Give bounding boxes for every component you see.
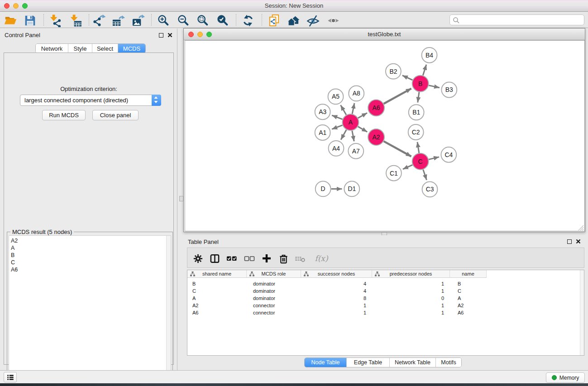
tab-mcds[interactable]: MCDS [118,44,145,53]
optimization-criterion-value: largest connected component (directed) [24,97,128,104]
graph-edge-A-A2[interactable] [358,127,368,132]
function-builder-button[interactable]: f(x) [312,252,330,265]
float-panel-icon[interactable] [159,33,163,38]
list-item[interactable]: A [9,244,171,252]
close-panel-icon[interactable] [576,239,581,244]
graph-node-label-C: C [418,158,423,165]
zoom-fit-button[interactable] [196,13,210,28]
optimization-criterion-select[interactable]: largest connected component (directed) [20,95,161,106]
export-table-button[interactable] [111,13,125,28]
close-panel-button[interactable]: Close panel [92,110,139,120]
delete-column-button[interactable] [277,252,290,265]
tab-network[interactable]: Network [36,44,68,53]
refresh-icon [242,14,254,27]
show-task-history-button[interactable] [4,372,17,382]
export-image-button[interactable] [131,13,145,28]
tab-network-table[interactable]: Network Table [390,358,436,367]
search-input[interactable] [461,15,582,24]
tab-style[interactable]: Style [68,44,92,53]
deselect-all-button[interactable] [243,252,256,265]
table-row[interactable]: B dominator 4 1 B [187,280,584,287]
table-scrollbar[interactable] [580,270,584,355]
table-settings-button[interactable] [191,252,204,265]
checked-checkboxes-icon [226,253,237,264]
network-window-title: testGlobe.txt [184,29,585,40]
column-header-shared-name[interactable]: shared name [187,270,247,278]
memory-button[interactable]: Memory [546,372,585,383]
graph-edge-A-A8[interactable] [352,103,354,114]
graph-edge-B-B1[interactable] [418,92,419,102]
new-network-from-selection-button[interactable] [267,13,282,28]
graph-node-label-A8: A8 [353,90,360,97]
list-item[interactable]: B [9,252,171,259]
toggle-columns-button[interactable] [208,252,221,265]
zoom-in-icon [157,14,170,27]
mcds-tab-content: Optimization criterion: largest connecte… [4,52,174,365]
graph-edge-B-B4[interactable] [423,65,426,76]
save-session-button[interactable] [23,13,37,28]
column-header-mcds-role[interactable]: MCDS role [247,270,301,278]
graph-edge-A-A1[interactable] [332,125,342,129]
graph-edge-C-C2[interactable] [417,142,419,153]
graph-edge-C-C4[interactable] [429,157,439,159]
tab-edge-table[interactable]: Edge Table [347,358,390,367]
control-panel: Control Panel Network Style Select MCDS … [0,29,177,370]
graph-edge-A-A5[interactable] [340,105,346,114]
tab-select[interactable]: Select [92,44,118,53]
tab-node-table[interactable]: Node Table [305,358,347,367]
network-window-titlebar[interactable]: testGlobe.txt [184,29,585,40]
list-item[interactable]: A2 [9,237,171,244]
desktop-background [0,383,588,386]
zoom-in-button[interactable] [156,13,171,28]
zoom-selected-button[interactable] [215,13,230,28]
delete-table-button[interactable] [294,252,306,265]
list-scrollbar[interactable] [166,236,171,382]
graph-edge-A-A7[interactable] [352,131,354,142]
graph-edge-A6-B[interactable] [384,89,411,104]
control-panel-title: Control Panel [5,32,40,38]
refresh-layout-button[interactable] [241,13,255,28]
add-column-button[interactable] [260,252,273,265]
graph-node-label-C2: C2 [412,129,420,136]
show-all-button[interactable] [326,13,340,28]
split-divider-handle[interactable] [179,196,183,201]
network-canvas[interactable]: AA1A2A3A4A5A6A7A8BB1B2B3B4CC1C2C3C4DD1 [185,40,585,231]
column-header-name[interactable]: name [450,270,487,278]
column-header-successor-nodes[interactable]: successor nodes [301,270,372,278]
graph-edge-B-B2[interactable] [402,76,413,80]
graph-edge-A-A4[interactable] [341,130,346,140]
import-network-button[interactable] [48,13,62,28]
export-network-button[interactable] [92,13,106,28]
resize-grip-icon[interactable] [577,224,583,230]
table-row[interactable]: C dominator 4 1 C [187,287,584,295]
table-row[interactable]: A dominator 8 0 A [187,295,584,302]
graph-edge-C-C1[interactable] [403,165,412,169]
graph-edge-A-A6[interactable] [358,113,367,118]
table-row[interactable]: A2 connector 1 1 A2 [187,302,584,309]
attribute-icon [190,272,195,276]
list-item[interactable]: C [9,259,171,266]
open-session-button[interactable] [3,13,18,28]
close-panel-icon[interactable] [167,33,172,38]
float-panel-icon[interactable] [567,239,572,244]
show-networks-home-button[interactable] [286,13,301,28]
graph-edge-C-C3[interactable] [423,170,427,180]
graph-edge-A-A3[interactable] [332,115,342,119]
tab-motifs[interactable]: Motifs [436,358,461,367]
graph-node-label-C1: C1 [390,170,398,177]
graph-edge-B-B3[interactable] [429,86,440,88]
table-row[interactable]: A6 connector 1 1 A6 [187,309,584,316]
run-mcds-button[interactable]: Run MCDS [42,110,86,120]
hide-selected-button[interactable] [306,13,320,28]
import-table-button[interactable] [68,13,83,28]
graph-node-label-B4: B4 [425,52,433,59]
graph-node-label-B2: B2 [389,68,397,75]
zoom-out-button[interactable] [176,13,191,28]
graph-edge-A2-C[interactable] [384,141,411,157]
column-header-predecessor-nodes[interactable]: predecessor nodes [372,270,450,278]
list-item[interactable]: A6 [9,266,171,273]
table-panel-title: Table Panel [188,238,219,245]
select-all-button[interactable] [225,252,238,265]
mcds-result-list[interactable]: A2 A B C A6 [9,235,171,382]
columns-icon [210,253,220,264]
